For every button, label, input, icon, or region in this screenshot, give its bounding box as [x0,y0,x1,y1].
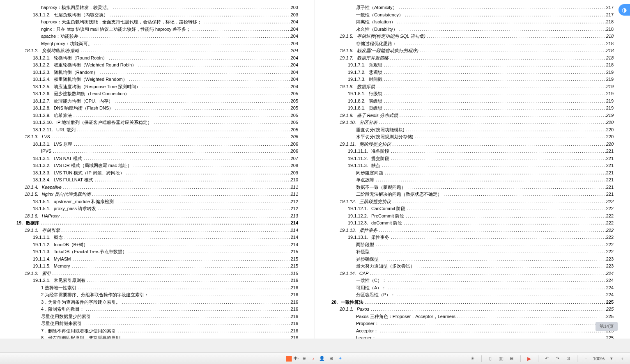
toc-entry[interactable]: 18.1.2.1.轮循均衡（Round Robin）204 [16,55,298,62]
toc-entry[interactable]: 19.1.11.1.准备阶段221 [331,148,614,155]
toc-entry[interactable]: 20.一致性算法225 [331,299,614,306]
toc-entry[interactable]: 19.1.8.1.行级锁219 [331,90,614,97]
toc-entry[interactable]: 18.1.5.1.proxy_pass 请求转发212 [16,205,298,212]
toc-entry[interactable]: 18.1.3.LVS206 [16,133,298,140]
side-panel-toggle[interactable]: ◑ [619,4,630,16]
zoom-in-icon[interactable]: + [619,355,626,362]
toc-entry[interactable]: 19.1.8.1.页级锁219 [331,105,614,112]
tool-icon-5[interactable]: ✦ [336,355,344,362]
toc-entry[interactable]: 永久性（Durability）218 [331,26,614,33]
toc-entry[interactable]: 18.1.2.4.权重随机均衡（Weighted Random）204 [16,76,298,83]
toc-entry[interactable]: apache：功能较差204 [16,33,298,40]
toc-entry[interactable]: haproxy：模拟四层转发，较灵活。203 [16,4,298,11]
toc-entry[interactable]: 分区容忍性（P）：224 [331,291,614,298]
rotate-left-icon[interactable]: ↶ [543,355,551,362]
toc-entry[interactable]: 19.1.2.索引215 [16,270,298,277]
zoom-level[interactable]: 100% [593,356,605,361]
toc-entry[interactable]: 19.1.1.1.概念214 [16,234,298,241]
toc-entry[interactable]: 18.1.2.6.最少连接数均衡（Least Connection）205 [16,90,298,97]
toc-entry[interactable]: 二阶段无法解决的问题（数据状态不确定）221 [331,191,614,198]
toc-entry[interactable]: 可用性（A）：224 [331,284,614,291]
toc-entry[interactable]: 一致性（Consistency）217 [331,11,614,18]
toc-entry[interactable]: 19.1.1.存储引擎214 [16,227,298,234]
toolbar-text-icon[interactable]: 中· [294,356,299,362]
toc-entry[interactable]: 1.选择唯一性索引216 [16,284,298,291]
toc-entry[interactable]: 原子性（Atomicity）217 [331,4,614,11]
toc-entry[interactable]: haproxy：天生负载均衡技能，全面支持七层代理，会话保持，标记，路径转移；2… [16,18,298,25]
toc-entry[interactable]: 19.1.7.1.乐观锁218 [331,62,614,69]
toc-entry[interactable]: 18.1.1.2.七层负载均衡（内容交换）203 [16,11,298,18]
toc-entry[interactable]: 18.1.2.10.IP 地址散列（保证客户端服务器对应关系稳定）205 [16,119,298,126]
toc-entry[interactable]: 3．为常作为查询条件的字段建立索引。216 [16,299,298,306]
toc-entry[interactable]: 19.1.6.触发器(一段能自动执行的程序)218 [331,47,614,54]
page-left[interactable]: haproxy：模拟四层转发，较灵活。20318.1.1.2.七层负载均衡（内容… [0,0,315,339]
toc-entry[interactable]: 18.1.2.2.权重轮循均衡（Weighted Round Robin）204 [16,62,298,69]
toc-entry[interactable]: 18.1.2.11.URL 散列205 [16,126,298,133]
toc-entry[interactable]: 补偿型222 [331,248,614,255]
toc-entry[interactable]: 18.1.2.9.哈希算法205 [16,112,298,119]
toc-entry[interactable]: 18.1.5.1.upstream_module 和健康检测212 [16,198,298,205]
toc-entry[interactable]: 19.1.14.CAP224 [331,270,614,277]
toc-entry[interactable]: 19.1.13.1.柔性事务222 [331,234,614,241]
toc-entry[interactable]: nginx：只在 http 协议和 mail 协议上功能比较好，性能与 hapr… [16,26,298,33]
rotate-right-icon[interactable]: ↷ [554,355,561,362]
toc-entry[interactable]: 最大努力通知型（多次尝试）223 [331,263,614,270]
toc-entry[interactable]: 垂直切分(按照功能模块)220 [331,126,614,133]
toc-entry[interactable]: 19.1.12.1.CanCommit 阶段222 [331,205,614,212]
toc-entry[interactable]: 19.1.1.5.Memory215 [16,263,298,270]
toc-entry[interactable]: 19.1.12.2.PreCommit 阶段222 [331,213,614,220]
tool-icon-1[interactable]: ⊕ [300,355,308,362]
toc-entry[interactable]: 19.1.7.2.悲观锁219 [331,69,614,76]
toc-entry[interactable]: 19.1.10.分区分表220 [331,119,614,126]
toc-entry[interactable]: 数据不一致（脑裂问题）221 [331,184,614,191]
toc-entry[interactable]: 4．限制索引的数目：216 [16,306,298,313]
toc-entry[interactable]: 20.1.1.Paxos225 [331,306,614,313]
toc-entry[interactable]: 一致性（C）：224 [331,277,614,284]
toc-entry[interactable]: 8．最左前缀匹配原则，非常重要的原则。216 [16,334,298,339]
toc-entry[interactable]: 18.1.2.7.处理能力均衡（CPU、内存）205 [16,98,298,105]
tool-icon-3[interactable]: 👤 [318,355,326,362]
zoom-dropdown-icon[interactable]: ▾ [608,355,615,362]
toc-entry[interactable]: 19.1.8.数据库锁219 [331,83,614,90]
toc-entry[interactable]: 水平切分(按照规则划分存储)220 [331,133,614,140]
toc-entry[interactable]: 18.1.6.HAProxy213 [16,213,298,220]
toc-entry[interactable]: 18.1.2.8.DNS 响应均衡（Flash DNS）205 [16,105,298,112]
fit-width-icon[interactable]: ⊡ [565,355,572,362]
view-single-icon[interactable]: ▯ [487,355,494,362]
toc-entry[interactable]: 7．删除不再使用或者很少使用的索引216 [16,327,298,334]
zoom-out-icon[interactable]: − [582,355,590,362]
toc-entry[interactable]: 单点故障221 [331,176,614,183]
toc-entry[interactable]: 两阶段型222 [331,241,614,248]
toc-entry[interactable]: 19.1.11.两阶段提交协议220 [331,141,614,148]
toc-entry[interactable]: 18.1.3.2.LVS DR 模式（局域网改写 mac 地址）208 [16,162,298,169]
tool-icon-4[interactable]: ⊞ [327,355,335,362]
tool-icon-2[interactable]: ♪ [309,355,317,362]
toc-entry[interactable]: 18.1.3.4.LVS FULLNAT 模式210 [16,176,298,183]
toc-entry[interactable]: Learner：225 [331,334,614,339]
toc-entry[interactable]: 18.1.5.Nginx 反向代理负载均衡211 [16,191,298,198]
toc-entry[interactable]: 19.1.1.4.MyIASM215 [16,256,298,263]
view-continuous-icon[interactable]: ⊟ [508,355,515,362]
toc-entry[interactable]: 19.数据库214 [16,220,298,227]
toc-entry[interactable]: 19.1.1.2.InnoDB（B+树）214 [16,241,298,248]
toc-entry[interactable]: 18.1.3.1.LVS 原理206 [16,141,298,148]
toc-entry[interactable]: 2.为经常需要排序、分组和联合操作的字段建立索引：216 [16,291,298,298]
toc-entry[interactable]: 19.1.7.数据库并发策略218 [331,55,614,62]
toc-entry[interactable]: 19.1.12.3.doCommit 阶段222 [331,220,614,227]
toc-entry[interactable]: 同步阻塞问题221 [331,169,614,176]
toc-entry[interactable]: 19.1.2.1.常见索引原则有216 [16,277,298,284]
toc-entry[interactable]: Acceptor：225 [331,327,614,334]
toc-entry[interactable]: 尽量使用前缀来索引216 [16,320,298,327]
toc-entry[interactable]: 19.1.13.柔性事务222 [331,227,614,234]
toc-entry[interactable]: 19.1.12.三阶段提交协议222 [331,198,614,205]
toc-entry[interactable]: Paxos 三种角色：Proposer，Acceptor，Learners225 [331,313,614,320]
toc-entry[interactable]: 18.1.3.1.LVS NAT 模式207 [16,155,298,162]
toc-entry[interactable]: 19.1.7.3.时间戳219 [331,76,614,83]
brightness-icon[interactable]: ☀ [469,355,476,362]
toc-entry[interactable]: 18.1.3.3.LVS TUN 模式（IP 封装、跨网段）209 [16,169,298,176]
toc-entry[interactable]: 尽量使用数据量少的索引216 [16,313,298,320]
toc-entry[interactable]: Mysql proxy：功能尚可。204 [16,40,298,47]
toc-entry[interactable]: 存储过程优化思路：218 [331,40,614,47]
toc-entry[interactable]: IPVS206 [16,148,298,155]
toc-entry[interactable]: 19.1.1.3.TokuDB（Fractal Tree-节点带数据）215 [16,248,298,255]
